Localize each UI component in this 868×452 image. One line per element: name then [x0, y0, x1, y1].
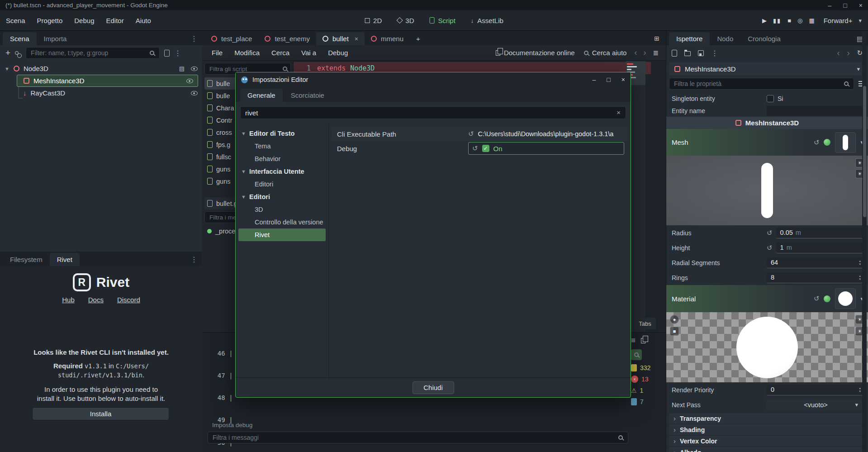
maximize-button[interactable]: □ [843, 2, 847, 9]
section-vertex-color[interactable]: › Vertex Color [669, 436, 865, 446]
online-docs-button[interactable]: Documentazione online [491, 49, 579, 57]
setting-cli-executable-path[interactable]: Cli Executable Path ↺ C:\Users\studi\Dow… [332, 127, 628, 141]
tab-filesystem[interactable]: Filesystem [3, 253, 50, 266]
menu-file[interactable]: File [206, 49, 228, 57]
radius-field[interactable]: 0.05 m [776, 228, 863, 238]
settings-item[interactable]: Controllo della versione [236, 216, 328, 228]
settings-section[interactable]: ▼ Editor di Testo [236, 127, 328, 140]
menu-debug-script[interactable]: Debug [322, 49, 354, 57]
scene-tab-test-enemy[interactable]: test_enemy [258, 32, 316, 45]
copy-icon[interactable] [641, 338, 645, 343]
revert-icon[interactable]: ↺ [814, 295, 820, 303]
new-scene-tab-button[interactable]: + [410, 32, 427, 45]
settings-item[interactable]: Editori [236, 178, 328, 190]
script-panel-icon[interactable]: ≣ [649, 49, 662, 57]
property-mesh[interactable]: Mesh ↺ ▾ [666, 129, 868, 156]
checkbox[interactable] [767, 95, 774, 102]
workspace-assetlib[interactable]: ↓ AssetLib [466, 17, 508, 24]
menu-aiuto[interactable]: Aiuto [130, 17, 157, 24]
list-view-icon[interactable]: ≡ [631, 336, 636, 345]
play-icon[interactable]: ▶ [762, 17, 767, 24]
scene-extra-menu-icon[interactable]: ⋮ [174, 49, 181, 57]
workspace-2d[interactable]: 2D [360, 17, 386, 24]
menu-editor[interactable]: Editor [100, 17, 129, 24]
mesh-thumbnail[interactable] [835, 132, 856, 153]
dock-menu-icon[interactable]: ⋮ [190, 255, 198, 264]
tab-cronologia[interactable]: Cronologia [740, 32, 788, 45]
render-priority-field[interactable]: 0 ▴▾ [767, 385, 863, 395]
revert-icon[interactable]: ↺ [468, 130, 474, 138]
tab-scorciatoie[interactable]: Scorciatoie [284, 89, 332, 102]
menu-vai-a[interactable]: Vai a [295, 49, 322, 57]
distraction-free-icon[interactable]: ⊞ [654, 35, 659, 42]
tab-scena[interactable]: Scena [3, 32, 37, 45]
minimize-button[interactable]: – [828, 2, 832, 9]
visibility-eye-icon[interactable] [191, 91, 198, 95]
edited-object-selector[interactable]: MeshInstance3D ▾ [669, 62, 865, 75]
resource-extra-icon[interactable]: ⋮ [711, 49, 718, 57]
spinner-arrows-icon[interactable]: ▴▾ [859, 259, 861, 266]
rivet-hub-link[interactable]: Hub [62, 296, 75, 304]
settings-item[interactable]: 3D [236, 203, 328, 216]
tab-generale[interactable]: Generale [240, 89, 283, 102]
tabs-panel-button[interactable]: Tabs [634, 318, 656, 329]
tree-node-meshinstance3d[interactable]: MeshInstance3D [17, 75, 198, 87]
sphere-preview-toggle-icon[interactable]: ● [670, 315, 679, 324]
search-help-button[interactable]: Cerca aiuto [579, 49, 631, 57]
renderer-selector[interactable]: Forward+ [824, 17, 853, 24]
section-shading[interactable]: › Shading [669, 424, 865, 435]
scene-tab-mmenu[interactable]: mmenu [365, 32, 410, 45]
stop-icon[interactable]: ■ [787, 17, 791, 24]
close-tab-icon[interactable]: × [355, 35, 358, 43]
groups-icon[interactable]: ▤ [179, 65, 185, 72]
visibility-eye-icon[interactable] [191, 67, 198, 71]
spinner-arrows-icon[interactable]: ▴▾ [859, 274, 861, 281]
error-count-badge[interactable]: × 13 [631, 376, 663, 383]
scene-filter-input[interactable] [26, 47, 160, 59]
movie-mode-icon[interactable]: ▦ [809, 17, 814, 24]
tab-nodo[interactable]: Nodo [710, 32, 740, 45]
pause-icon[interactable]: ▮▮ [773, 17, 781, 24]
scene-tab-test-place[interactable]: test_place [205, 32, 258, 45]
inspector-scrollbar[interactable] [862, 31, 867, 452]
next-pass-dropdown[interactable]: <vuoto> ▾ [767, 400, 863, 410]
edit-next-icon[interactable]: › [847, 48, 849, 58]
property-material[interactable]: Material ↺ ▾ [666, 285, 868, 312]
material-thumbnail[interactable] [835, 288, 856, 309]
visibility-eye-icon[interactable] [186, 79, 193, 83]
box-preview-toggle-icon[interactable]: ■ [670, 327, 679, 336]
save-resource-icon[interactable] [698, 50, 704, 56]
workspace-script[interactable]: Script [425, 17, 460, 24]
menu-cerca[interactable]: Cerca [266, 49, 295, 57]
install-button[interactable]: Installa [32, 407, 169, 420]
radial-segments-field[interactable]: 64 ▴▾ [767, 257, 863, 268]
settings-section[interactable]: ▼ Editori [236, 190, 328, 203]
instance-scene-icon[interactable] [15, 51, 19, 55]
settings-search-input[interactable] [240, 106, 626, 119]
rivet-docs-link[interactable]: Docs [88, 296, 104, 304]
workspace-3d[interactable]: 3D [393, 17, 418, 24]
revert-icon[interactable]: ↺ [767, 229, 773, 237]
tab-ispettore[interactable]: Ispettore [669, 32, 710, 45]
attach-script-icon[interactable] [164, 50, 170, 57]
add-node-button[interactable]: + [5, 48, 10, 58]
history-back-icon[interactable]: ‹ [631, 48, 640, 57]
tab-rivet[interactable]: Rivet [50, 253, 80, 266]
close-button[interactable]: × [859, 2, 863, 9]
menu-modifica[interactable]: Modifica [228, 49, 266, 57]
settings-item[interactable]: Tema [236, 140, 328, 152]
history-forward-icon[interactable]: › [640, 48, 649, 57]
entity-name-field[interactable] [767, 106, 863, 116]
edit-prev-icon[interactable]: ‹ [837, 48, 840, 58]
settings-section[interactable]: ▼ Interfaccia Utente [236, 165, 328, 178]
search-output-button[interactable] [631, 349, 642, 360]
revert-icon[interactable]: ↺ [814, 138, 820, 147]
new-resource-icon[interactable] [672, 50, 677, 57]
menu-progetto[interactable]: Progetto [31, 17, 69, 24]
dialog-maximize-button[interactable]: □ [607, 76, 610, 83]
rings-field[interactable]: 8 ▴▾ [767, 272, 863, 283]
clear-search-icon[interactable]: × [617, 109, 621, 116]
tab-importa[interactable]: Importa [37, 32, 74, 45]
filter-messages-input[interactable] [208, 432, 628, 443]
filter-properties-input[interactable] [669, 78, 854, 90]
